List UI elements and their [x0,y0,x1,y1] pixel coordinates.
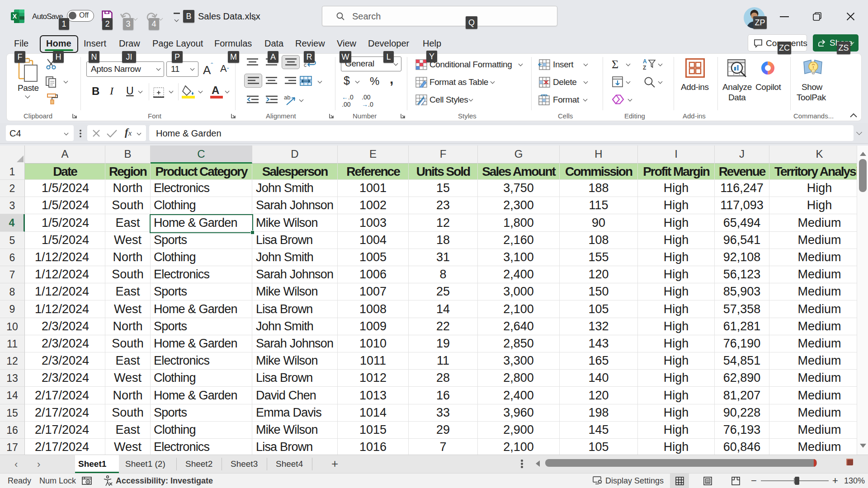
svg-text:ab: ab [284,94,290,101]
svg-text:Z: Z [643,65,646,70]
svg-text:A: A [643,58,647,65]
svg-text:X: X [13,13,17,20]
